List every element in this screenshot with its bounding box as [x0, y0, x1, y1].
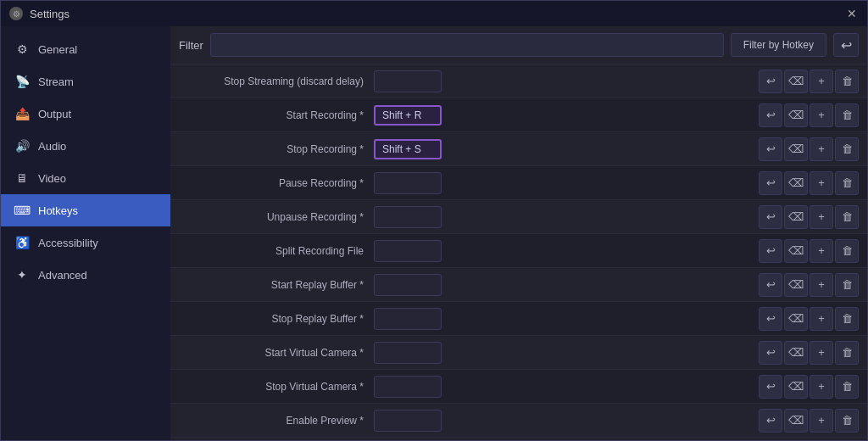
empty-binding[interactable]	[374, 274, 442, 296]
stream-icon: 📡	[14, 74, 30, 89]
add-button[interactable]: +	[810, 341, 833, 365]
clear-button[interactable]: ⌫	[784, 137, 808, 161]
add-button[interactable]: +	[810, 70, 833, 93]
hotkey-actions: ↩⌫+🗑	[759, 205, 859, 229]
delete-button[interactable]: 🗑	[835, 205, 859, 229]
clear-button[interactable]: ⌫	[784, 273, 808, 297]
hotkey-tag[interactable]: Shift + S	[374, 139, 442, 159]
empty-binding[interactable]	[374, 240, 442, 262]
empty-binding[interactable]	[374, 376, 442, 398]
delete-button[interactable]: 🗑	[835, 273, 859, 297]
sidebar: ⚙General📡Stream📤Output🔊Audio🖥Video⌨Hotke…	[1, 26, 170, 440]
clear-button[interactable]: ⌫	[784, 239, 808, 263]
add-button[interactable]: +	[810, 409, 833, 433]
add-button[interactable]: +	[810, 273, 833, 297]
back-button[interactable]: ↩	[833, 33, 859, 57]
delete-button[interactable]: 🗑	[835, 341, 859, 365]
empty-binding[interactable]	[374, 70, 442, 92]
sidebar-item-label-stream: Stream	[38, 75, 74, 88]
hotkey-bindings	[374, 376, 759, 398]
add-button[interactable]: +	[810, 103, 833, 127]
hotkey-bindings	[374, 240, 759, 262]
sidebar-item-accessibility[interactable]: ♿Accessibility	[1, 226, 170, 259]
clear-button[interactable]: ⌫	[784, 205, 808, 229]
clear-button[interactable]: ⌫	[784, 341, 808, 365]
empty-binding[interactable]	[374, 410, 442, 432]
clear-button[interactable]: ⌫	[784, 375, 808, 399]
app-icon: ⚙	[9, 7, 23, 20]
sidebar-item-advanced[interactable]: ✦Advanced	[1, 259, 170, 291]
hotkey-name: Start Replay Buffer *	[170, 279, 374, 291]
undo-button[interactable]: ↩	[759, 137, 782, 161]
sidebar-item-stream[interactable]: 📡Stream	[1, 65, 170, 98]
undo-button[interactable]: ↩	[759, 205, 782, 229]
filter-input[interactable]	[210, 33, 724, 57]
sidebar-item-label-accessibility: Accessibility	[38, 237, 98, 249]
advanced-icon: ✦	[14, 267, 30, 282]
settings-window: ⚙ Settings ✕ ⚙General📡Stream📤Output🔊Audi…	[0, 0, 868, 441]
add-button[interactable]: +	[810, 307, 833, 331]
delete-button[interactable]: 🗑	[835, 103, 859, 127]
titlebar: ⚙ Settings ✕	[1, 1, 867, 26]
close-button[interactable]: ✕	[845, 7, 859, 20]
add-button[interactable]: +	[810, 375, 833, 399]
hotkey-tag[interactable]: Shift + R	[374, 105, 442, 126]
clear-button[interactable]: ⌫	[784, 70, 808, 93]
accessibility-icon: ♿	[14, 235, 30, 250]
undo-button[interactable]: ↩	[759, 341, 782, 365]
hotkey-bindings	[374, 342, 759, 364]
add-button[interactable]: +	[810, 137, 833, 161]
hotkey-row: Stop Virtual Camera *↩⌫+🗑	[170, 370, 867, 404]
delete-button[interactable]: 🗑	[835, 70, 859, 93]
hotkeys-list: Stop Streaming (discard delay)↩⌫+🗑Start …	[170, 64, 867, 440]
sidebar-item-hotkeys[interactable]: ⌨Hotkeys	[1, 194, 170, 226]
undo-button[interactable]: ↩	[759, 171, 782, 195]
undo-button[interactable]: ↩	[759, 409, 782, 433]
delete-button[interactable]: 🗑	[835, 137, 859, 161]
empty-binding[interactable]	[374, 308, 442, 330]
sidebar-item-video[interactable]: 🖥Video	[1, 162, 170, 194]
hotkey-actions: ↩⌫+🗑	[759, 70, 859, 93]
hotkey-bindings	[374, 206, 759, 228]
add-button[interactable]: +	[810, 171, 833, 195]
hotkey-bindings	[374, 172, 759, 194]
delete-button[interactable]: 🗑	[835, 171, 859, 195]
clear-button[interactable]: ⌫	[784, 171, 808, 195]
hotkey-actions: ↩⌫+🗑	[759, 239, 859, 263]
filter-by-hotkey-button[interactable]: Filter by Hotkey	[731, 33, 826, 57]
hotkey-name: Stop Streaming (discard delay)	[170, 75, 374, 87]
sidebar-item-label-hotkeys: Hotkeys	[38, 204, 78, 217]
delete-button[interactable]: 🗑	[835, 307, 859, 331]
empty-binding[interactable]	[374, 342, 442, 364]
hotkey-name: Stop Virtual Camera *	[170, 381, 374, 393]
undo-button[interactable]: ↩	[759, 273, 782, 297]
delete-button[interactable]: 🗑	[835, 239, 859, 263]
hotkey-actions: ↩⌫+🗑	[759, 307, 859, 331]
sidebar-item-general[interactable]: ⚙General	[1, 33, 170, 65]
hotkey-name: Split Recording File	[170, 245, 374, 257]
hotkey-row: Stop Recording *Shift + S↩⌫+🗑	[170, 132, 867, 166]
hotkey-row: Pause Recording *↩⌫+🗑	[170, 166, 867, 200]
sidebar-item-audio[interactable]: 🔊Audio	[1, 130, 170, 162]
empty-binding[interactable]	[374, 206, 442, 228]
clear-button[interactable]: ⌫	[784, 409, 808, 433]
undo-button[interactable]: ↩	[759, 375, 782, 399]
window-title: Settings	[30, 8, 70, 20]
titlebar-left: ⚙ Settings	[9, 7, 70, 20]
sidebar-item-output[interactable]: 📤Output	[1, 98, 170, 130]
clear-button[interactable]: ⌫	[784, 307, 808, 331]
hotkey-actions: ↩⌫+🗑	[759, 137, 859, 161]
empty-binding[interactable]	[374, 172, 442, 194]
delete-button[interactable]: 🗑	[835, 375, 859, 399]
hotkey-row: Enable Preview *↩⌫+🗑	[170, 404, 867, 438]
hotkey-row: Start Virtual Camera *↩⌫+🗑	[170, 336, 867, 370]
undo-button[interactable]: ↩	[759, 307, 782, 331]
clear-button[interactable]: ⌫	[784, 103, 808, 127]
undo-button[interactable]: ↩	[759, 103, 782, 127]
add-button[interactable]: +	[810, 205, 833, 229]
undo-button[interactable]: ↩	[759, 70, 782, 93]
undo-button[interactable]: ↩	[759, 239, 782, 263]
delete-button[interactable]: 🗑	[835, 409, 859, 433]
hotkey-name: Start Virtual Camera *	[170, 347, 374, 359]
add-button[interactable]: +	[810, 239, 833, 263]
